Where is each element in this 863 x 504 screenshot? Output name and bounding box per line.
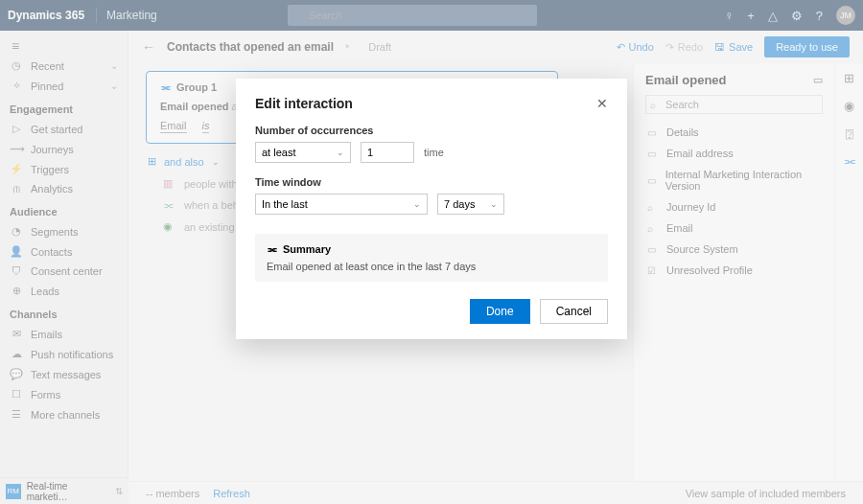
chevron-down-icon: ⌄ xyxy=(337,148,344,157)
select-value: 7 days xyxy=(444,198,475,210)
occurrence-count-input[interactable] xyxy=(361,142,414,163)
cancel-button[interactable]: Cancel xyxy=(540,299,608,324)
select-value: In the last xyxy=(262,198,308,210)
dialog-title: Edit interaction xyxy=(255,96,353,111)
select-value: at least xyxy=(262,147,295,158)
summary-text: Email opened at least once in the last 7… xyxy=(267,261,596,272)
summary-icon: ⫘ xyxy=(267,243,277,255)
modal-overlay: Edit interaction ✕ Number of occurrences… xyxy=(0,0,863,504)
summary-box: ⫘Summary Email opened at least once in t… xyxy=(255,234,608,282)
chevron-down-icon: ⌄ xyxy=(490,199,498,209)
edit-interaction-dialog: Edit interaction ✕ Number of occurrences… xyxy=(236,79,627,339)
summary-heading: Summary xyxy=(283,243,331,255)
time-window-label: Time window xyxy=(255,176,608,188)
occurrences-label: Number of occurrences xyxy=(255,125,608,136)
close-icon[interactable]: ✕ xyxy=(596,96,608,111)
occurrence-operator-select[interactable]: at least ⌄ xyxy=(255,142,351,163)
occurrence-unit: time xyxy=(424,147,444,158)
time-value-select[interactable]: 7 days ⌄ xyxy=(437,194,504,215)
chevron-down-icon: ⌄ xyxy=(413,199,421,209)
done-button[interactable]: Done xyxy=(470,299,530,324)
time-range-select[interactable]: In the last ⌄ xyxy=(255,194,428,215)
